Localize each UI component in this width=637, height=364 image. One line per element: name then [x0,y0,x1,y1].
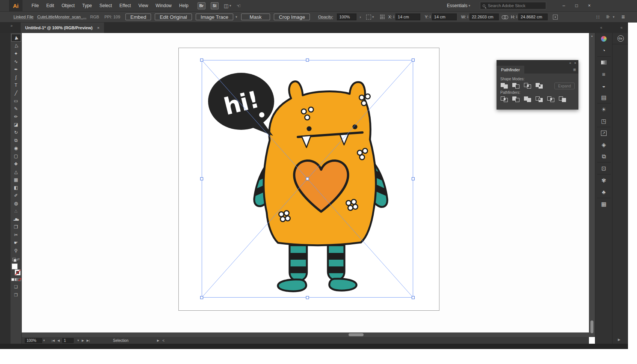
scroll-up-icon[interactable]: ▴ [591,34,593,38]
align-dropdown-icon[interactable]: ⊪ [606,14,610,20]
unite-button[interactable] [500,83,509,89]
pathfinder-tab[interactable]: Pathfinder [497,66,524,74]
transparency-panel-button[interactable]: ◒ [595,80,613,92]
bridge-button[interactable]: Br [198,2,205,9]
zoom-level-field[interactable]: 100% [25,338,42,343]
menu-edit[interactable]: Edit [42,3,58,8]
x-field[interactable]: 14 cm [395,14,420,20]
width-tool[interactable]: ◉ [11,144,21,152]
menu-type[interactable]: Type [78,3,96,8]
menu-object[interactable]: Object [58,3,78,8]
dock2-collapse-icon[interactable]: « [620,26,623,30]
embed-button[interactable]: Embed [125,14,151,20]
image-trace-button[interactable]: Image Trace [196,14,233,20]
color-guide-panel-button[interactable]: ◔ [595,45,613,56]
menu-select[interactable]: Select [96,3,116,8]
screen-mode-button[interactable]: ❐ [14,293,18,298]
slice-tool[interactable]: ✂ [11,231,21,239]
next-artboard-icon[interactable]: ▶ [82,339,84,342]
zoom-chevron-icon[interactable]: ▾ [43,338,45,342]
panel-close-icon[interactable]: × [574,61,576,65]
mask-button[interactable]: Mask [241,14,270,20]
vertical-scroll-thumb[interactable] [590,320,593,333]
exclude-button[interactable] [535,83,544,89]
x-stepper[interactable]: ▴▾ [393,15,394,19]
lasso-tool[interactable]: ∿ [11,57,21,65]
direct-selection-tool[interactable]: ▷ [11,42,21,50]
magic-wand-tool[interactable]: ✦ [11,50,21,57]
minimize-button[interactable]: – [557,2,570,10]
paintbrush-tool[interactable]: ✎ [11,105,21,113]
vertical-scrollbar[interactable]: ▴ [589,33,595,337]
menu-window[interactable]: Window [152,3,175,8]
h-stepper[interactable]: ▴▾ [516,15,517,19]
last-artboard-icon[interactable]: ▶| [87,339,90,342]
search-input[interactable] [488,3,540,8]
arrange-documents-icon[interactable]: ◫ [224,3,228,9]
trim-button[interactable] [512,96,521,103]
dock-bottom-arrow-icon[interactable]: ▶ [618,338,620,341]
outline-button[interactable] [547,96,556,103]
stock-button[interactable]: St [211,2,219,9]
status-play-icon[interactable]: ▶ [157,339,159,342]
transform-options-icon[interactable] [553,15,558,20]
align-chevron-icon[interactable]: ▾ [613,15,614,19]
bounding-box-icon[interactable] [366,15,371,20]
panel-menu-icon[interactable]: ≣ [573,68,576,72]
image-trace-chevron-icon[interactable]: ▾ [235,15,237,19]
blend-tool[interactable]: ◍ [11,199,21,207]
eyedropper-tool[interactable]: ✐ [11,191,21,199]
previous-artboard-icon[interactable]: ◀ [57,339,60,342]
status-back-icon[interactable]: < [162,338,165,343]
w-stepper[interactable]: ▴▾ [467,15,468,19]
menu-effect[interactable]: Effect [116,3,134,8]
brushes-panel-button[interactable]: ✾ [595,174,613,186]
crop-button[interactable] [535,96,544,103]
opacity-more-icon[interactable]: › [359,15,361,19]
w-field[interactable]: 22.2603 cm [469,14,499,20]
arrange-documents-chevron-icon[interactable]: ▾ [229,4,231,8]
menu-file[interactable]: File [28,3,42,8]
intersect-button[interactable] [524,83,533,89]
rectangle-tool[interactable]: ▭ [11,97,21,105]
artboard-chevron-icon[interactable]: ▾ [77,338,79,342]
pen-tool[interactable]: ✒ [11,65,21,73]
graphic-styles-panel-button[interactable]: ◳ [595,115,613,127]
stroke-swatch[interactable] [15,269,21,275]
transform-panel-button[interactable]: ⊡ [595,162,613,174]
bounding-box-chevron-icon[interactable]: ▾ [372,15,374,19]
symbol-sprayer-tool[interactable]: ∴ [11,207,21,215]
default-fill-stroke-icon[interactable] [12,258,16,261]
first-artboard-icon[interactable]: |◀ [52,339,55,342]
links-panel-button[interactable]: ▦ [595,198,613,210]
constrain-proportions-icon[interactable] [502,15,508,19]
artboards-panel-button[interactable]: ⧉ [595,150,613,162]
align-panel-button[interactable]: ▤ [595,92,613,103]
selection-bounding-box[interactable] [202,60,413,298]
color-panel-button[interactable] [595,33,613,45]
creative-cloud-button[interactable]: Cc [613,33,628,44]
opacity-label[interactable]: Opacity: [318,15,333,19]
swap-fill-stroke-icon[interactable]: ⇄ [17,257,20,261]
gradient-tool[interactable]: ◧ [11,184,21,191]
horizontal-scrollbar[interactable] [22,332,589,337]
menu-view[interactable]: View [135,3,152,8]
linked-file-name[interactable]: CuteLittleMonster_scan_... [37,15,86,19]
artboard-number-field[interactable]: 1 [62,338,74,343]
symbols-panel-button[interactable]: ♣ [595,186,613,198]
workspace-switcher[interactable]: Essentials ▾ [447,3,470,8]
tab-overflow-icon[interactable]: » [11,24,13,28]
rotate-tool[interactable]: ↻ [11,128,21,136]
scale-tool[interactable]: ⧉ [11,136,21,144]
dock-collapse-icon[interactable]: « [600,26,602,30]
horizontal-scroll-thumb[interactable] [349,333,364,336]
touch-workspace-icon[interactable]: ☜ [237,3,241,9]
reference-point-icon[interactable] [380,15,385,19]
stroke-panel-button[interactable]: ≡ [595,68,613,80]
hand-tool[interactable]: ☛ [11,239,21,247]
layers-panel-button[interactable]: ◈ [595,139,613,150]
maximize-button[interactable]: □ [570,2,583,10]
curvature-tool[interactable]: ∫ [11,73,21,81]
gradient-button[interactable] [15,278,18,281]
shape-builder-tool[interactable]: ❖ [11,160,21,168]
